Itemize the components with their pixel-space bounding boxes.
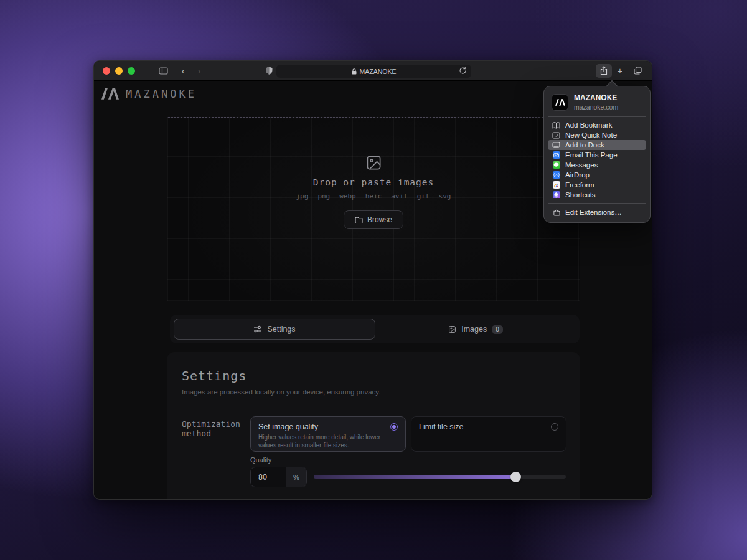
tab-settings[interactable]: Settings — [174, 319, 375, 340]
option-limit-file-size[interactable]: Limit file size — [411, 416, 566, 452]
option-description: Higher values retain more detail, while … — [258, 434, 394, 449]
quality-label: Quality — [250, 456, 271, 464]
images-count-badge: 0 — [492, 325, 503, 334]
reload-icon[interactable] — [459, 67, 467, 76]
note-icon — [552, 131, 560, 139]
freeform-icon — [552, 181, 560, 189]
tab-images-label: Images — [461, 325, 487, 334]
close-window-button[interactable] — [103, 67, 110, 75]
view-tabbar: Settings Images 0 — [170, 315, 580, 343]
menu-item-add-to-dock[interactable]: Add to Dock — [548, 140, 646, 150]
option-title: Set image quality — [258, 422, 318, 431]
quality-slider[interactable] — [314, 475, 566, 479]
browser-titlebar: ‹ › MAZANOKE + — [94, 61, 652, 81]
share-popover: MAZANOKE mazanoke.com Add Bookmark New Q… — [543, 86, 651, 223]
menu-item-freeform[interactable]: Freeform — [548, 180, 646, 190]
minimize-window-button[interactable] — [115, 67, 123, 75]
quality-slider-thumb[interactable] — [510, 472, 521, 482]
dock-icon — [552, 141, 560, 149]
book-icon — [552, 121, 560, 129]
share-menu-items: Add Bookmark New Quick Note Add to Dock … — [547, 117, 647, 203]
radio-selected-icon[interactable] — [390, 423, 398, 431]
browse-button[interactable]: Browse — [344, 210, 403, 229]
tab-overview-button[interactable] — [629, 64, 646, 78]
radio-unselected-icon[interactable] — [551, 423, 558, 431]
address-bar[interactable]: MAZANOKE — [276, 65, 471, 78]
quality-input-group: 80 % — [250, 467, 307, 487]
extensions-icon — [552, 208, 560, 217]
share-app-domain: mazanoke.com — [574, 103, 618, 111]
image-drop-zone[interactable]: Drop or paste images jpg png webp heic a… — [167, 117, 580, 301]
mazanoke-app-icon — [552, 94, 568, 111]
sliders-icon — [253, 325, 262, 333]
option-set-image-quality[interactable]: Set image quality Higher values retain m… — [250, 416, 406, 452]
quality-unit-label: % — [286, 467, 306, 487]
shortcuts-icon — [552, 191, 560, 199]
dropzone-formats: jpg png webp heic avif gif svg — [296, 192, 451, 200]
site-title: MAZANOKE — [126, 88, 197, 100]
folder-icon — [355, 217, 363, 223]
menu-item-new-quick-note[interactable]: New Quick Note — [548, 130, 646, 140]
image-icon — [365, 154, 382, 171]
share-button[interactable] — [596, 64, 612, 78]
images-icon — [448, 325, 456, 334]
traffic-lights — [103, 67, 140, 75]
quality-slider-fill — [314, 475, 515, 479]
settings-panel: Settings Images are processed locally on… — [167, 352, 580, 500]
share-app-name: MAZANOKE — [574, 93, 618, 102]
optimization-method-label: Optimization method — [182, 419, 240, 438]
browser-window: ‹ › MAZANOKE + MAZANOKE — [93, 60, 652, 500]
tab-images[interactable]: Images 0 — [375, 319, 576, 340]
tab-settings-label: Settings — [267, 325, 295, 334]
menu-item-messages[interactable]: Messages — [548, 160, 646, 170]
share-popover-header: MAZANOKE mazanoke.com — [547, 92, 647, 116]
mazanoke-logo-icon — [101, 87, 119, 100]
lock-icon — [352, 68, 357, 75]
settings-description: Images are processed locally on your dev… — [182, 388, 380, 396]
menu-item-edit-extensions[interactable]: Edit Extensions… — [548, 207, 646, 217]
menu-item-add-bookmark[interactable]: Add Bookmark — [548, 120, 646, 130]
browse-label: Browse — [367, 215, 392, 224]
menu-item-airdrop[interactable]: AirDrop — [548, 170, 646, 180]
option-title: Limit file size — [419, 422, 464, 431]
site-header: MAZANOKE — [101, 87, 197, 100]
settings-heading: Settings — [182, 368, 247, 383]
mail-icon — [552, 151, 560, 159]
shield-icon[interactable] — [261, 64, 277, 78]
zoom-window-button[interactable] — [128, 67, 135, 75]
sidebar-toggle-icon[interactable] — [155, 64, 171, 78]
airdrop-icon — [552, 171, 560, 179]
messages-icon — [552, 161, 560, 169]
dropzone-title: Drop or paste images — [313, 177, 435, 187]
menu-item-shortcuts[interactable]: Shortcuts — [548, 190, 646, 200]
back-button[interactable]: ‹ — [175, 64, 191, 78]
quality-value-input[interactable]: 80 — [251, 467, 286, 487]
menu-item-email-this-page[interactable]: Email This Page — [548, 150, 646, 160]
forward-button[interactable]: › — [191, 64, 207, 78]
new-tab-button[interactable]: + — [612, 64, 628, 78]
address-text: MAZANOKE — [360, 68, 397, 75]
